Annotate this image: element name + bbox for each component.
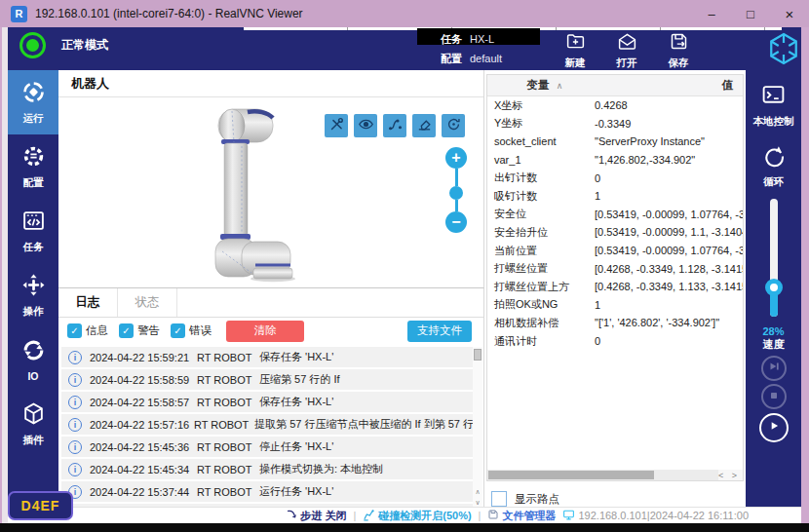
scroll-left-right-icons[interactable]: < >: [718, 470, 743, 480]
task-value: HX-L: [470, 33, 494, 45]
cube-icon: [21, 401, 46, 430]
info-icon: i: [68, 373, 82, 387]
scroll-up-icon[interactable]: ∧: [475, 486, 480, 497]
sidebar-item-operate[interactable]: 操作: [8, 263, 58, 327]
trajectory-button[interactable]: [383, 114, 406, 137]
slider-handle[interactable]: [765, 279, 783, 296]
close-button[interactable]: ×: [770, 0, 809, 27]
var-name: 当前位置: [487, 244, 595, 258]
table-row: 安全位[0.53419, -0.00099, 1.07764, -3.14048…: [487, 206, 743, 224]
save-task-button[interactable]: 保存: [663, 31, 694, 70]
var-name: 相机数据补偿: [487, 316, 595, 330]
step-mode-label: 步进 关闭: [300, 509, 346, 523]
tab-log[interactable]: 日志: [58, 288, 118, 317]
new-file-icon: [565, 31, 586, 56]
log-row: i 2024-04-22 15:45:36 RT ROBOT 停止任务 'HX-…: [61, 437, 474, 457]
collision-detect-toggle[interactable]: 碰撞检测开启(50%): [363, 509, 471, 523]
filter-info-checkbox[interactable]: ✓ 信息: [67, 323, 108, 338]
table-row: 吸钉计数1: [487, 187, 743, 206]
eraser-button[interactable]: [412, 114, 436, 137]
variables-panel: 变量 ∧ 值 X坐标0.4268 Y坐标-0.3349 socket_clien…: [484, 70, 746, 523]
log-message: 提取第 57 行压缩节点中被压缩的 If 到第 57 行: [254, 417, 474, 432]
tools-button[interactable]: [325, 114, 348, 137]
maximize-button[interactable]: □: [731, 0, 770, 27]
log-row: i 2024-04-22 15:58:57 RT ROBOT 保存任务 'HX-…: [61, 392, 474, 412]
log-source: RT ROBOT: [197, 464, 259, 475]
loop-label: 循环: [763, 175, 784, 189]
log-source: RT ROBOT: [197, 352, 259, 363]
var-value: 1: [595, 190, 743, 202]
table-row: X坐标0.4268: [487, 96, 743, 115]
stop-button[interactable]: [761, 384, 787, 409]
collision-label: 碰撞检测开启(50%): [378, 509, 471, 523]
table-row: var_1"1,426.802,-334.902": [487, 151, 743, 170]
column-header-value[interactable]: 值: [602, 78, 743, 93]
new-task-button[interactable]: 新建: [559, 31, 591, 70]
info-icon: i: [68, 418, 82, 432]
window-bottom-edge: [0, 523, 809, 532]
variables-h-scrollbar[interactable]: < >: [487, 470, 743, 480]
var-name: 拍照OK或NG: [487, 297, 595, 312]
tab-status[interactable]: 状态: [118, 288, 177, 317]
status-bar: 步进 关闭 | 碰撞检测开启(50%) | 文件管理器 192.168.0.10…: [8, 507, 801, 523]
clear-log-button[interactable]: 清除: [226, 321, 304, 342]
sidebar-item-plugin[interactable]: 插件: [8, 392, 58, 456]
scrollbar-thumb[interactable]: [488, 471, 654, 479]
show-waypoints-label: 显示路点: [515, 492, 559, 507]
info-icon: i: [68, 440, 82, 454]
filter-warning-label: 警告: [137, 323, 160, 338]
play-button[interactable]: [759, 413, 789, 442]
support-files-button[interactable]: 支持文件: [407, 321, 472, 342]
filter-warning-checkbox[interactable]: ✓ 警告: [119, 323, 160, 338]
stop-icon: [768, 388, 780, 405]
zoom-slider-handle[interactable]: [449, 186, 463, 200]
open-task-button[interactable]: 打开: [611, 31, 642, 70]
scrollbar-thumb[interactable]: [474, 349, 482, 361]
local-control-label: 本地控制: [753, 115, 794, 129]
show-waypoints-checkbox[interactable]: [491, 491, 507, 507]
visibility-button[interactable]: [354, 114, 377, 137]
log-scrollbar[interactable]: ∧ ∨: [473, 347, 482, 508]
table-row: Y坐标-0.3349: [487, 115, 743, 133]
play-icon: [767, 419, 781, 437]
window-left-edge: [0, 27, 8, 523]
speed-slider[interactable]: [770, 199, 778, 317]
checkbox-checked-icon: ✓: [67, 323, 82, 338]
task-config-info: 任务 HX-L 配置 default: [441, 29, 502, 68]
loop-button[interactable]: 循环: [746, 143, 801, 189]
sort-caret-icon: ∧: [557, 81, 563, 91]
table-row: 安全抬升位[0.53419, -0.00099, 1.1, -3.14048, …: [487, 223, 743, 242]
info-icon: i: [68, 396, 82, 409]
var-value: 0: [595, 335, 743, 347]
sidebar-item-io[interactable]: IO: [8, 327, 58, 392]
filter-error-checkbox[interactable]: ✓ 错误: [171, 323, 212, 338]
file-manager-button[interactable]: 文件管理器: [487, 509, 556, 523]
connection-label: 192.168.0.101|2024-04-22 16:11:00: [578, 510, 749, 521]
log-message: 保存任务 'HX-L': [259, 350, 333, 364]
top-navbar: 正常模式 任务 HX-L 配置 default 新建: [8, 27, 801, 70]
step-forward-button[interactable]: [761, 356, 787, 381]
minimize-button[interactable]: –: [692, 0, 731, 27]
local-control-button[interactable]: 本地控制: [746, 83, 801, 129]
run-icon: [21, 80, 46, 108]
var-name: var_1: [487, 154, 595, 166]
speed-readout: 28% 速度: [746, 325, 801, 352]
view-zoom-control: + −: [445, 147, 467, 233]
sidebar-item-task[interactable]: 任务: [8, 199, 58, 263]
var-value: -0.3349: [595, 118, 743, 130]
sidebar-item-label: 操作: [23, 305, 44, 319]
sidebar-item-run[interactable]: 运行: [8, 70, 58, 134]
step-mode-toggle[interactable]: 步进 关闭: [286, 509, 346, 523]
sidebar-item-config[interactable]: 配置: [8, 134, 58, 199]
zoom-in-button[interactable]: +: [445, 147, 467, 169]
log-tabs: 日志 状态: [58, 288, 483, 318]
var-name: Y坐标: [487, 116, 595, 131]
info-icon: i: [68, 463, 82, 476]
zoom-out-button[interactable]: −: [445, 211, 467, 233]
window-title: 192.168.0.101 (intel-corei7-64:0) - Real…: [35, 7, 303, 20]
skip-icon: [767, 360, 781, 377]
reset-view-button[interactable]: [442, 114, 465, 137]
log-message: 压缩第 57 行的 If: [259, 372, 340, 387]
log-source: RT ROBOT: [197, 374, 259, 386]
column-header-variable[interactable]: 变量 ∧: [487, 78, 602, 93]
